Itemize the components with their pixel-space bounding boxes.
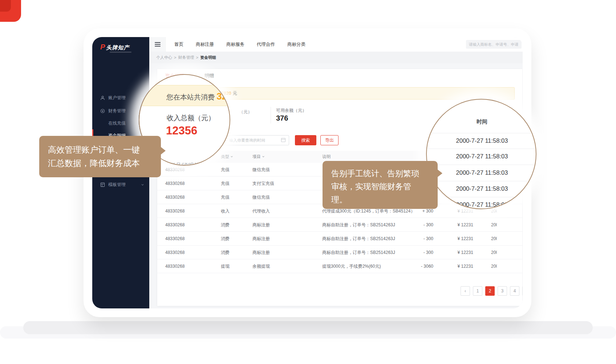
nav-link-services[interactable]: 商标服务	[220, 41, 251, 48]
tab-secondary-fragment[interactable]: 明细	[204, 73, 214, 79]
cell-project: 代理收入	[252, 204, 307, 218]
callout-arrow	[437, 169, 442, 177]
nav-links: 首页 商标注册 商标服务 代理合作 商标分类	[168, 37, 312, 52]
trademark-search-input[interactable]	[466, 40, 522, 49]
cell-project: 微信充值	[252, 163, 307, 177]
search-button[interactable]: 搜索	[295, 135, 316, 145]
table-row[interactable]: 48330268 消费 商标注册 商标自助注册，订单号：SB2514263J -…	[157, 246, 522, 259]
pagination-prev-button[interactable]: ‹	[461, 286, 470, 296]
nav-link-categories[interactable]: 商标分类	[281, 41, 312, 48]
export-button[interactable]: 导出	[320, 135, 339, 145]
cell-type: 消费	[221, 218, 246, 232]
cell-time: 2000-7-27 11:58:03	[491, 246, 497, 259]
breadcrumb: 个人中心 > 财务管理 > 资金明细	[149, 52, 523, 63]
breadcrumb-separator: >	[196, 55, 198, 60]
caret-down-icon	[230, 155, 233, 158]
pagination-page-4[interactable]: 4	[510, 286, 519, 296]
separator	[427, 181, 536, 181]
banner-unit: 元	[232, 91, 237, 96]
pagination-page-1[interactable]: 1	[473, 286, 482, 296]
breadcrumb-separator: >	[174, 55, 176, 60]
template-icon	[100, 182, 105, 187]
callout-text: 理。	[331, 193, 438, 206]
cell-project: 商标注册	[252, 246, 307, 259]
cell-project: 支付宝充值	[252, 177, 307, 190]
page: P 头牌知产 账户管理 财务管理 在线充值 资金明细 订单管理 我的优惠券	[0, 0, 616, 364]
pagination: ‹ 1 2 3 4 5	[461, 286, 523, 296]
logo-subtext	[110, 52, 131, 53]
chevron-down-icon	[141, 183, 144, 186]
menu-toggle[interactable]	[149, 37, 166, 52]
corner-decoration	[0, 0, 21, 22]
top-navbar: 首页 商标注册 商标服务 代理合作 商标分类	[149, 37, 523, 52]
separator	[427, 133, 536, 133]
cell-time: 2000-7-27 11:58:03	[491, 232, 497, 246]
magnified-time-row: 2000-7-27 11:58:03	[427, 137, 536, 144]
hamburger-icon	[155, 41, 161, 48]
callout-arrow	[161, 147, 166, 155]
column-header-type[interactable]: 类型	[221, 151, 233, 163]
cell-type: 充值	[221, 163, 246, 177]
calendar-icon[interactable]	[281, 138, 285, 142]
sidebar-item-account[interactable]: 账户管理	[92, 92, 149, 104]
user-icon	[100, 96, 105, 100]
table-row[interactable]: 48330268 提现 余额提现 提现3000元，手续费2%(60元) - 30…	[157, 259, 522, 273]
breadcrumb-item[interactable]: 财务管理	[178, 55, 194, 60]
logo-text: 头牌知产	[106, 44, 129, 51]
cell-type: 提现	[221, 259, 246, 273]
cell-project: 微信充值	[252, 190, 307, 204]
cell-time: 2000-7-27 11:58:03	[491, 259, 497, 273]
breadcrumb-item[interactable]: 个人中心	[156, 55, 172, 60]
cell-order: 48330268	[165, 246, 209, 259]
cell-type: 充值	[221, 177, 246, 190]
table-row[interactable]: 48330268 消费 商标注册 商标自助注册，订单号：SB2514263J -…	[157, 218, 522, 232]
sidebar-item-label: 账户管理	[108, 95, 126, 101]
cell-balance: ¥ 12231	[444, 218, 473, 232]
laptop-base	[23, 321, 593, 334]
date-query-input[interactable]	[225, 135, 289, 145]
nav-link-register[interactable]: 商标注册	[190, 41, 220, 48]
column-header-project[interactable]: 项目	[252, 151, 265, 163]
stat-divider	[271, 107, 271, 124]
cell-balance: ¥ 12231	[444, 246, 473, 259]
stat-balance-label: 可用余额（元）	[276, 108, 307, 114]
stat-balance-value: 376	[276, 114, 288, 122]
callout-left: 高效管理账户订单、一键 汇总数据，降低财务成本	[39, 136, 161, 177]
cell-time: 2000-7-27 11:58:03	[491, 218, 497, 232]
cell-order: 48330268	[165, 204, 209, 218]
table-row[interactable]: 48330268 消费 商标注册 商标自助注册，订单号：SB2514263J -…	[157, 232, 522, 246]
nav-link-agency[interactable]: 代理合作	[251, 41, 281, 48]
magnified-banner-text: 您在本站共消费 32124	[166, 91, 230, 102]
magnified-time-row: 2000-7-27 11:58:03	[427, 169, 536, 176]
pagination-page-2-active[interactable]: 2	[485, 286, 495, 296]
cell-order: 48330268	[165, 218, 209, 232]
breadcrumb-current: 资金明细	[200, 55, 216, 60]
callout-right: 告别手工统计、告别繁琐 审核，实现智能财务管 理。	[323, 161, 438, 209]
sidebar-item-label: 模板管理	[108, 182, 126, 188]
callout-text: 高效管理账户订单、一键	[48, 143, 161, 157]
callout-text: 告别手工统计、告别繁琐	[331, 167, 438, 180]
cell-type: 消费	[221, 232, 246, 246]
cell-amount: - 300	[397, 246, 433, 259]
cell-amount: - 300	[397, 232, 433, 246]
finance-icon	[100, 109, 105, 113]
cell-balance: ¥ 12231	[444, 232, 473, 246]
pagination-page-5[interactable]: 5	[522, 286, 523, 296]
magnifier-right: 时间 2000-7-27 11:58:03 2000-7-27 11:58:03…	[426, 99, 536, 209]
magnified-time-row: 2000-7-27 11:58:03	[427, 153, 536, 160]
nav-link-home[interactable]: 首页	[168, 41, 190, 48]
separator	[427, 165, 536, 165]
callout-text: 汇总数据，降低财务成本	[48, 157, 161, 170]
magnified-time-row: 2000-7-27 11:58:03	[427, 185, 536, 192]
magnified-income-label: 收入总额（元）	[167, 113, 215, 123]
cell-order: 48330268	[165, 190, 209, 204]
cell-order: 48330268	[165, 232, 209, 246]
cell-amount: - 300	[397, 218, 433, 232]
pagination-page-3[interactable]: 3	[498, 286, 507, 296]
stat-expense-label-fragment: （元）	[239, 109, 252, 115]
cell-type: 充值	[221, 190, 246, 204]
magnified-income-value: 12356	[166, 124, 197, 137]
sidebar-item-templates[interactable]: 模板管理	[92, 178, 149, 191]
cell-type: 收入	[221, 204, 246, 218]
sidebar-item-label: 财务管理	[108, 108, 126, 114]
